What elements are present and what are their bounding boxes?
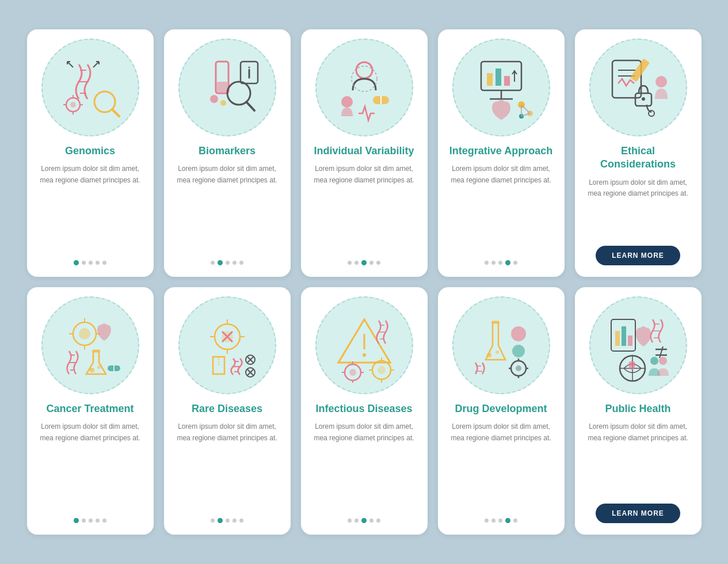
svg-point-47 [79,328,90,340]
dot[interactable] [485,519,489,523]
dot[interactable] [96,519,100,523]
dot[interactable] [348,261,352,265]
svg-point-22 [341,96,353,108]
dot[interactable] [491,261,496,265]
card-biomarkers-dots [211,260,243,265]
card-ethical-considerations-body: Lorem ipsum dolor sit dim amet, mea regi… [584,177,692,238]
svg-rect-29 [496,68,501,86]
svg-point-45 [649,110,654,116]
card-genomics-icon [41,39,139,136]
card-drug-development-title: Drug Development [455,402,547,416]
card-biomarkers: Biomarkers Lorem ipsum dolor sit dim ame… [164,29,291,277]
card-cancer-treatment-icon [41,296,139,394]
dot[interactable] [513,519,517,523]
svg-point-14 [220,100,226,106]
dot[interactable] [74,260,79,265]
card-infectious-diseases: Infectious Diseases Lorem ipsum dolor si… [301,287,428,535]
dot[interactable] [505,518,510,523]
dot[interactable] [361,260,367,265]
card-biomarkers-title: Biomarkers [199,144,256,158]
svg-point-83 [349,369,356,376]
svg-point-20 [356,62,372,78]
card-drug-development-dots [485,518,517,523]
dot[interactable] [513,261,517,265]
card-ethical-considerations-icon [589,39,687,136]
dot[interactable] [355,519,359,523]
dot[interactable] [232,261,237,265]
dot[interactable] [369,519,373,523]
card-ethical-considerations-title: Ethical Considerations [584,144,692,172]
dot[interactable] [369,261,373,265]
dot[interactable] [96,261,100,265]
dot[interactable] [82,519,86,523]
card-individual-variability: Individual Variability Lorem ipsum dolor… [301,29,428,277]
dot[interactable] [218,260,223,265]
dot[interactable] [89,519,93,523]
card-integrative-approach: Integrative Approach Lorem ipsum dolor s… [438,29,565,277]
card-genomics: Genomics Lorem ipsum dolor sit dim amet,… [27,29,154,277]
svg-point-98 [487,353,491,357]
dot[interactable] [355,261,359,265]
card-drug-development-body: Lorem ipsum dolor sit dim amet, mea regi… [447,421,555,510]
dot[interactable] [82,261,86,265]
dot[interactable] [239,261,243,265]
dot[interactable] [102,519,106,523]
svg-line-35 [521,105,530,113]
card-public-health-title: Public Health [605,402,670,416]
svg-point-44 [655,76,667,87]
svg-point-92 [378,366,386,374]
svg-rect-12 [217,82,227,92]
svg-line-16 [246,102,254,110]
card-genomics-dots [74,260,106,265]
public-health-learn-more-button[interactable]: LEARN MORE [596,504,680,523]
card-drug-development: Drug Development Lorem ipsum dolor sit d… [438,287,565,535]
svg-point-103 [516,365,521,371]
dot[interactable] [376,519,380,523]
card-rare-diseases-icon [178,296,276,394]
svg-point-13 [210,95,218,103]
dot[interactable] [361,518,367,523]
card-rare-diseases-dots [211,518,243,523]
dot[interactable] [491,519,496,523]
dot[interactable] [218,518,223,523]
dot[interactable] [102,261,106,265]
dot[interactable] [239,519,243,523]
svg-point-123 [650,357,658,365]
dot[interactable] [232,519,237,523]
svg-rect-111 [615,331,620,346]
dot[interactable] [211,519,215,523]
dot[interactable] [348,519,352,523]
dot[interactable] [505,260,510,265]
card-integrative-approach-body: Lorem ipsum dolor sit dim amet, mea regi… [447,163,555,252]
card-public-health-body: Lorem ipsum dolor sit dim amet, mea regi… [584,421,692,496]
svg-point-56 [90,368,94,372]
card-rare-diseases-title: Rare Diseases [192,402,262,416]
dot[interactable] [89,261,93,265]
card-cancer-treatment: Cancer Treatment Lorem ipsum dolor sit d… [27,287,154,535]
card-infectious-diseases-body: Lorem ipsum dolor sit dim amet, mea regi… [310,421,418,510]
svg-line-4 [112,109,119,116]
svg-point-43 [642,97,645,101]
ethical-learn-more-button[interactable]: LEARN MORE [596,246,680,265]
dot[interactable] [498,261,502,265]
card-integrative-approach-icon [452,39,550,136]
svg-rect-112 [622,326,626,346]
card-rare-diseases: Rare Diseases Lorem ipsum dolor sit dim … [164,287,291,535]
svg-point-81 [363,353,366,357]
svg-rect-28 [487,73,493,86]
dot[interactable] [498,519,502,523]
dot[interactable] [211,261,215,265]
dot[interactable] [226,519,230,523]
card-individual-variability-icon [315,39,413,136]
card-cancer-treatment-body: Lorem ipsum dolor sit dim amet, mea regi… [36,421,144,510]
card-public-health-icon [589,296,687,394]
svg-rect-55 [92,349,100,353]
card-ethical-considerations: Ethical Considerations Lorem ipsum dolor… [575,29,702,277]
svg-point-99 [496,350,499,354]
dot[interactable] [74,518,79,523]
card-individual-variability-body: Lorem ipsum dolor sit dim amet, mea regi… [310,163,418,252]
dot[interactable] [376,261,380,265]
svg-point-100 [511,326,526,341]
dot[interactable] [226,261,230,265]
dot[interactable] [485,261,489,265]
